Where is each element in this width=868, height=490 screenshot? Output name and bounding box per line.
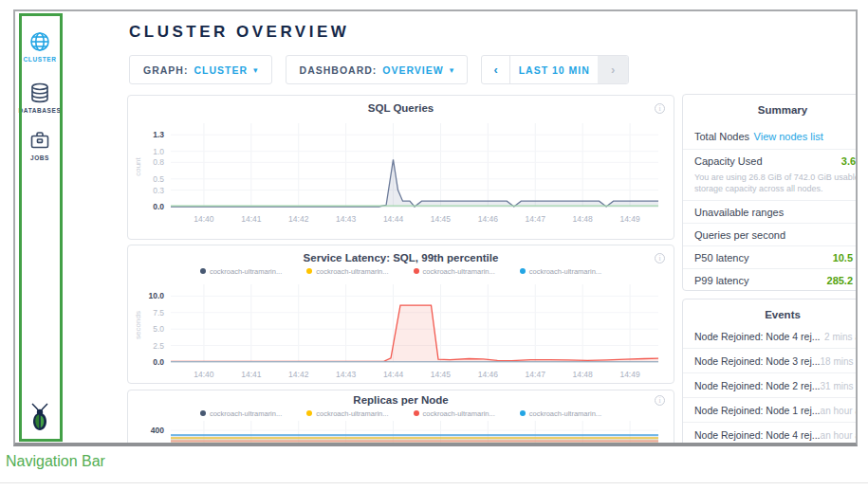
svg-text:7.5: 7.5 — [153, 308, 164, 318]
svg-text:14:45: 14:45 — [430, 214, 451, 224]
events-title: Events — [683, 299, 858, 320]
svg-text:0.0: 0.0 — [153, 357, 164, 367]
database-icon — [28, 82, 51, 104]
sidebar-item-cluster[interactable]: CLUSTER — [15, 30, 65, 63]
dashboard-dropdown-label: DASHBOARD: — [300, 64, 378, 76]
legend-item: cockroach-ultramarin... — [306, 408, 388, 419]
svg-text:count: count — [134, 156, 142, 175]
sidebar-item-jobs[interactable]: JOBS — [15, 129, 65, 161]
event-row: Node Rejoined: Node 2 rej... 31 mins ago — [683, 372, 858, 397]
info-icon[interactable]: i — [655, 395, 665, 406]
service-latency-chart-card: Service Latency: SQL, 99th percentile i … — [127, 245, 674, 384]
svg-text:14:46: 14:46 — [477, 370, 498, 379]
time-range-label[interactable]: LAST 10 MIN — [510, 56, 598, 83]
svg-text:0.5: 0.5 — [153, 174, 164, 184]
events-panel: Events Node Rejoined: Node 4 rej... 2 mi… — [682, 299, 858, 446]
event-text: Node Rejoined: Node 4 rej... — [694, 331, 821, 342]
summary-value: 3.62% — [841, 155, 858, 167]
legend-item: cockroach-ultramarin... — [414, 408, 495, 419]
svg-text:14:44: 14:44 — [382, 370, 403, 379]
chart-legend: cockroach-ultramarin... cockroach-ultram… — [128, 265, 674, 277]
event-time: 2 mins ago — [824, 332, 858, 342]
summary-row-p99: P99 latency 285.2 ms — [683, 268, 858, 291]
summary-value: 285.2 ms — [827, 275, 858, 286]
time-range-prev-button[interactable]: ‹ — [482, 56, 510, 83]
chart-legend: cockroach-ultramarin... cockroach-ultram… — [128, 408, 674, 419]
chart-title: SQL Queries — [128, 96, 674, 114]
chart-title: Replicas per Node — [128, 390, 674, 406]
svg-text:14:49: 14:49 — [619, 370, 640, 379]
legend-item: cockroach-ultramarin... — [520, 408, 601, 419]
navigation-bar-annotation-label: Navigation Bar — [6, 453, 105, 470]
svg-text:14:41: 14:41 — [241, 370, 262, 379]
svg-text:14:43: 14:43 — [336, 370, 357, 379]
capacity-caption: You are using 26.8 GiB of 742.0 GiB usab… — [683, 172, 858, 200]
svg-text:10.0: 10.0 — [148, 291, 164, 300]
page: CLUSTER DATABASES JOBS — [0, 0, 868, 490]
chevron-down-icon: ▾ — [253, 65, 258, 75]
cockroachdb-logo[interactable] — [15, 403, 65, 435]
event-time: 31 mins ago — [821, 381, 859, 391]
svg-text:2.5: 2.5 — [153, 341, 164, 351]
legend-item: cockroach-ultramarin... — [200, 265, 282, 277]
cockroach-admin-ui-window: CLUSTER DATABASES JOBS — [13, 9, 858, 446]
sidebar-item-databases[interactable]: DATABASES — [15, 82, 65, 114]
svg-text:14:43: 14:43 — [336, 214, 357, 224]
service-latency-chart[interactable]: 0.02.55.07.510.014:4014:4114:4214:4314:4… — [131, 279, 672, 385]
event-row: Node Rejoined: Node 1 rej... an hour ago — [683, 397, 858, 422]
summary-row-total-nodes: Total Nodes View nodes list 4 — [683, 121, 858, 149]
info-icon[interactable]: i — [655, 103, 665, 114]
sidebar-item-label: DATABASES — [15, 107, 65, 114]
legend-label: cockroach-ultramarin... — [210, 409, 282, 418]
graph-dropdown-label: GRAPH: — [143, 64, 188, 76]
svg-text:1.3: 1.3 — [153, 130, 164, 139]
chart-title: Service Latency: SQL, 99th percentile — [128, 245, 674, 263]
legend-item: cockroach-ultramarin... — [414, 265, 495, 277]
summary-row-capacity: Capacity Used 3.62% — [683, 149, 858, 172]
svg-text:0.3: 0.3 — [153, 186, 164, 195]
view-nodes-list-link[interactable]: View nodes list — [754, 131, 823, 142]
summary-value: 0.1 — [857, 229, 858, 241]
svg-text:14:49: 14:49 — [619, 214, 640, 224]
series-dot-icon — [520, 268, 526, 274]
replicas-per-node-chart[interactable]: 400 — [131, 421, 672, 446]
legend-item: cockroach-ultramarin... — [200, 408, 282, 419]
svg-text:1.0: 1.0 — [153, 147, 164, 156]
svg-text:0.0: 0.0 — [153, 202, 164, 211]
info-icon[interactable]: i — [655, 253, 665, 263]
svg-text:14:44: 14:44 — [382, 214, 403, 224]
sql-queries-chart[interactable]: 0.00.30.50.81.01.314:4014:4114:4214:4314… — [131, 116, 672, 233]
svg-text:0.8: 0.8 — [153, 157, 164, 167]
sidebar-item-label: JOBS — [15, 154, 65, 161]
dashboard-dropdown-value: OVERVIEW — [382, 64, 443, 76]
series-dot-icon — [414, 410, 419, 416]
replicas-per-node-chart-card: Replicas per Node i cockroach-ultramarin… — [127, 390, 674, 446]
svg-text:14:48: 14:48 — [572, 214, 593, 224]
svg-text:14:47: 14:47 — [525, 370, 545, 379]
svg-text:14:42: 14:42 — [288, 214, 309, 224]
summary-row-p50: P50 latency 10.5 ms — [683, 245, 858, 268]
svg-text:14:42: 14:42 — [288, 370, 309, 379]
legend-label: cockroach-ultramarin... — [423, 267, 495, 276]
cockroach-bug-icon — [28, 403, 52, 431]
legend-label: cockroach-ultramarin... — [316, 267, 388, 276]
event-row: Node Rejoined: Node 3 rej... 18 mins ago — [683, 348, 858, 372]
dashboard-dropdown[interactable]: DASHBOARD: OVERVIEW ▾ — [286, 55, 469, 84]
graph-dropdown[interactable]: GRAPH: CLUSTER ▾ — [129, 55, 272, 84]
event-text: Node Rejoined: Node 1 rej... — [694, 405, 821, 416]
svg-text:seconds: seconds — [134, 311, 142, 339]
bottom-divider — [0, 482, 868, 483]
series-dot-icon — [306, 410, 312, 416]
event-text: Node Rejoined: Node 3 rej... — [694, 355, 821, 367]
event-time: an hour ago — [821, 406, 858, 416]
event-row: Node Rejoined: Node 4 rej... an hour ago — [683, 422, 858, 446]
svg-text:14:47: 14:47 — [525, 214, 545, 224]
series-dot-icon — [200, 410, 206, 416]
series-dot-icon — [200, 268, 206, 274]
summary-rows: Total Nodes View nodes list 4 Capacity U… — [683, 121, 858, 291]
events-rows: Node Rejoined: Node 4 rej... 2 mins ago … — [683, 324, 858, 446]
summary-row-unavailable-ranges: Unavailable ranges 0 — [683, 200, 858, 223]
time-range-next-button[interactable]: › — [598, 56, 628, 83]
legend-item: cockroach-ultramarin... — [520, 265, 601, 277]
graph-dropdown-value: CLUSTER — [194, 64, 248, 76]
